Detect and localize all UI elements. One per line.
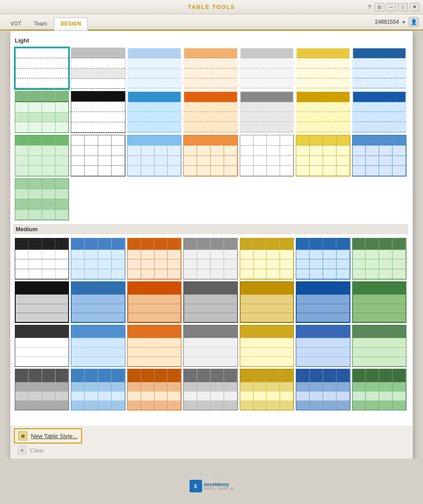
table-style-m-4-4[interactable] <box>183 369 237 410</box>
app-title: TABLE TOOLS <box>188 4 235 10</box>
table-style-m-1-4[interactable] <box>183 238 237 280</box>
style-panel-scroll[interactable]: Light <box>10 31 413 426</box>
new-style-icon: ⊞ <box>18 431 27 440</box>
light-row-1 <box>15 47 406 89</box>
table-style-l-3-5[interactable] <box>240 135 294 177</box>
new-table-style-button[interactable]: ⊞ New Table Style... <box>14 428 82 444</box>
table-style-m-1-7[interactable] <box>352 238 406 280</box>
restore-btn[interactable]: ⊡ <box>375 3 384 11</box>
minimize-btn[interactable]: ─ <box>386 3 396 11</box>
table-style-m-2-2[interactable] <box>71 281 125 323</box>
table-style-l-2-6[interactable] <box>296 91 350 133</box>
user-avatar: 👤 <box>409 17 419 27</box>
table-style-l-3-7[interactable] <box>352 135 406 177</box>
table-style-m-3-2[interactable] <box>71 325 125 366</box>
table-style-m-4-1[interactable] <box>15 369 69 410</box>
bottom-bar: · · · · E exceldemy EXCEL · DATA · AI <box>0 459 423 504</box>
light-row-4 <box>15 178 406 220</box>
clear-icon: ✕ <box>17 446 26 455</box>
table-style-l-3-1[interactable] <box>15 135 69 177</box>
table-style-m-2-7[interactable] <box>352 281 406 323</box>
medium-row-3 <box>15 325 406 366</box>
table-style-m-3-3[interactable] <box>127 325 181 366</box>
table-style-l-1-3[interactable] <box>127 47 181 89</box>
section-medium: Medium <box>15 224 406 411</box>
title-bar: TABLE TOOLS ? ⊡ ─ □ ✕ <box>0 0 423 14</box>
clear-label: Clear <box>30 447 44 454</box>
close-btn[interactable]: ✕ <box>410 3 419 11</box>
table-style-l-3-2[interactable] <box>71 135 125 177</box>
light-row-3 <box>15 135 406 177</box>
maximize-btn[interactable]: □ <box>398 3 408 11</box>
table-style-m-1-3[interactable] <box>127 238 181 280</box>
table-style-m-2-3[interactable] <box>127 281 181 323</box>
table-style-m-2-5[interactable] <box>240 281 294 323</box>
table-style-l-2-7[interactable] <box>352 91 406 133</box>
new-table-style-label: New Table Style... <box>31 433 78 439</box>
section-light-label: Light <box>15 37 406 44</box>
table-style-l-2-2[interactable] <box>71 91 125 133</box>
user-id: 24881554 <box>375 19 399 25</box>
table-style-l-2-5[interactable] <box>240 91 294 133</box>
table-style-l-2-1[interactable] <box>15 91 69 133</box>
tab-vot[interactable]: VOT <box>4 17 27 30</box>
user-dropdown-icon[interactable]: ▼ <box>401 20 406 25</box>
exceldemy-logo: E exceldemy EXCEL · DATA · AI <box>190 480 233 492</box>
tab-design[interactable]: DESIGN <box>54 17 88 30</box>
table-style-l-1-1[interactable] <box>15 47 69 89</box>
panel-footer: ⊞ New Table Style... ✕ Clear <box>10 426 413 459</box>
table-style-l-3-3[interactable] <box>127 135 181 177</box>
table-style-l-1-6[interactable] <box>296 47 350 89</box>
table-style-l-1-5[interactable] <box>240 47 294 89</box>
help-icon[interactable]: ? <box>368 4 371 10</box>
style-dropdown-panel: Light <box>10 30 413 459</box>
table-style-m-4-7[interactable] <box>352 369 406 410</box>
table-style-m-4-3[interactable] <box>127 369 181 410</box>
table-style-l-2-3[interactable] <box>127 91 181 133</box>
table-style-m-2-6[interactable] <box>296 281 350 323</box>
table-style-l-3-4[interactable] <box>183 135 237 177</box>
table-style-m-3-1[interactable] <box>15 325 69 366</box>
table-style-l-1-2[interactable] <box>71 47 125 89</box>
table-style-m-4-2[interactable] <box>71 369 125 410</box>
table-style-m-1-6[interactable] <box>296 238 350 280</box>
medium-row-2 <box>15 281 406 323</box>
clear-button[interactable]: ✕ Clear <box>14 444 409 457</box>
table-style-l-1-4[interactable] <box>183 47 237 89</box>
table-style-m-2-1[interactable] <box>15 281 69 323</box>
table-style-m-2-4[interactable] <box>183 281 237 323</box>
resize-dots: · · · · <box>200 471 223 477</box>
table-style-l-3-6[interactable] <box>296 135 350 177</box>
section-light: Light <box>15 37 406 220</box>
table-style-m-1-5[interactable] <box>240 238 294 280</box>
table-style-m-3-7[interactable] <box>352 325 406 366</box>
table-style-m-1-1[interactable] <box>15 238 69 280</box>
table-style-m-3-4[interactable] <box>183 325 237 366</box>
table-style-l-1-7[interactable] <box>352 47 406 89</box>
tab-team[interactable]: Team <box>28 17 53 30</box>
light-row-2 <box>15 91 406 133</box>
ribbon-tabs: VOT Team DESIGN 24881554 ▼ 👤 <box>0 14 423 30</box>
medium-row-1 <box>15 238 406 280</box>
table-style-m-4-5[interactable] <box>240 369 294 410</box>
table-style-l-4-1[interactable] <box>15 178 69 220</box>
medium-row-4 <box>15 369 406 410</box>
table-style-m-4-6[interactable] <box>296 369 350 410</box>
section-medium-label: Medium <box>13 224 408 234</box>
table-style-m-3-5[interactable] <box>240 325 294 366</box>
table-style-m-3-6[interactable] <box>296 325 350 366</box>
table-style-m-1-2[interactable] <box>71 238 125 280</box>
table-style-l-2-4[interactable] <box>183 91 237 133</box>
